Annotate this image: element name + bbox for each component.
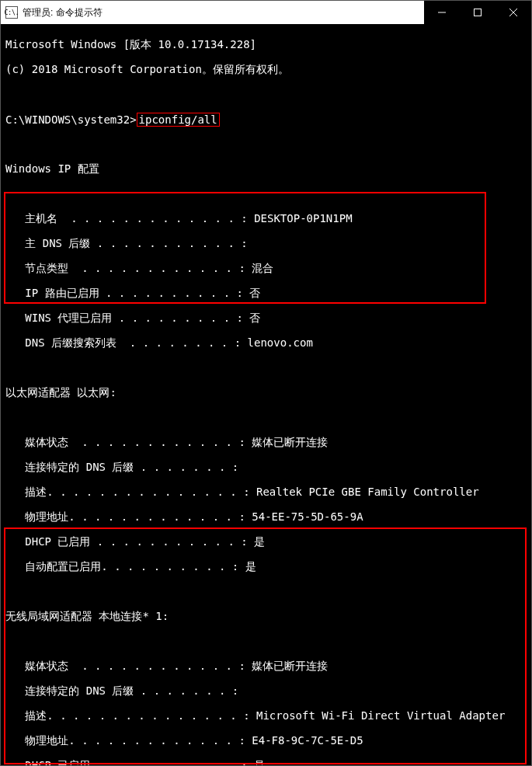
close-button[interactable]	[495, 1, 531, 24]
row-node-type: 节点类型 . . . . . . . . . . . . : 混合	[5, 262, 527, 274]
command-highlight: ipconfig/all	[137, 113, 220, 127]
row-w1-dhcp: DHCP 已启用 . . . . . . . . . . . : 是	[5, 759, 527, 766]
maximize-button[interactable]	[460, 1, 495, 24]
row-hostname: 主机名 . . . . . . . . . . . . . : DESKTOP-…	[5, 212, 527, 225]
row-w1-description: 描述. . . . . . . . . . . . . . . : Micros…	[5, 709, 527, 722]
row-wins-proxy: WINS 代理已启用 . . . . . . . . . : 否	[5, 312, 527, 324]
prompt-line: C:\WINDOWS\system32>ipconfig/all	[5, 113, 527, 125]
row-w1-media: 媒体状态 . . . . . . . . . . . . : 媒体已断开连接	[5, 660, 527, 672]
row-w1-physical: 物理地址. . . . . . . . . . . . . : E4-F8-9C…	[5, 734, 527, 747]
section-ethernet-title: 以太网适配器 以太网:	[5, 386, 527, 399]
window-titlebar: C:\. 管理员: 命令提示符	[1, 1, 531, 24]
row-dns-search-list: DNS 后缀搜索列表 . . . . . . . . : lenovo.com	[5, 336, 527, 349]
row-eth-dhcp: DHCP 已启用 . . . . . . . . . . . : 是	[5, 535, 527, 548]
section-wlan-local1-title: 无线局域网适配器 本地连接* 1:	[5, 610, 527, 622]
cmd-icon: C:\.	[5, 6, 18, 19]
minimize-button[interactable]	[424, 1, 460, 24]
row-eth-dns-suffix: 连接特定的 DNS 后缀 . . . . . . . :	[5, 461, 527, 473]
row-ip-routing: IP 路由已启用 . . . . . . . . . . : 否	[5, 287, 527, 299]
window-title: 管理员: 命令提示符	[23, 6, 424, 19]
section-ipconfig-title: Windows IP 配置	[5, 162, 527, 175]
row-eth-physical: 物理地址. . . . . . . . . . . . . : 54-EE-75…	[5, 510, 527, 523]
banner-copyright: (c) 2018 Microsoft Corporation。保留所有权利。	[5, 63, 527, 75]
terminal-output[interactable]: Microsoft Windows [版本 10.0.17134.228] (c…	[1, 24, 531, 766]
row-eth-autoconf: 自动配置已启用. . . . . . . . . . : 是	[5, 560, 527, 573]
banner-version: Microsoft Windows [版本 10.0.17134.228]	[5, 38, 527, 50]
row-primary-dns-suffix: 主 DNS 后缀 . . . . . . . . . . . :	[5, 237, 527, 249]
row-w1-dns-suffix: 连接特定的 DNS 后缀 . . . . . . . :	[5, 684, 527, 697]
row-eth-description: 描述. . . . . . . . . . . . . . . : Realte…	[5, 486, 527, 498]
row-eth-media: 媒体状态 . . . . . . . . . . . . : 媒体已断开连接	[5, 436, 527, 448]
prompt-path: C:\WINDOWS\system32>	[5, 113, 137, 126]
svg-rect-1	[475, 9, 482, 16]
